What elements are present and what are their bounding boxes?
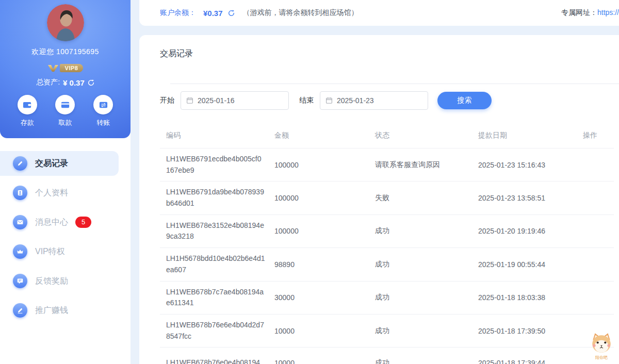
sidebar-item-label: 个人资料	[35, 188, 68, 198]
refresh-icon[interactable]	[88, 79, 94, 86]
cell-status: 成功	[375, 293, 478, 302]
withdraw-button[interactable]: 取款	[55, 95, 75, 127]
sidebar-item-label: 交易记录	[35, 158, 68, 169]
cell-amount: 98890	[274, 260, 375, 269]
cell-code: LH1WEB678b76e0e4b08194	[166, 357, 270, 364]
balance-note: （游戏前，请将余额转到相应场馆）	[243, 8, 359, 18]
pen-icon	[13, 303, 27, 318]
cell-code: LH1WEB678b76e6e4b04d2d78547fcc	[166, 320, 270, 342]
cell-amount: 10000	[274, 359, 375, 364]
deposit-button[interactable]: 存款	[18, 95, 37, 127]
cell-date: 2025-01-20 19:19:46	[478, 227, 583, 235]
vip-level-label: VIP8	[60, 64, 84, 72]
cell-code: LH1WEB6791ecdbe4b005cf0167ebe9	[166, 154, 270, 176]
balance-amount: ¥0.37	[203, 9, 223, 18]
table-header: 编码 金额 状态 提款日期 操作	[160, 121, 614, 148]
cell-status: 成功	[375, 260, 478, 269]
sidebar: 欢迎您 1007195695 VIP8 总资产: ¥ 0.37 存款 取款 转账	[0, 0, 131, 364]
cell-date: 2025-01-18 17:39:50	[478, 327, 583, 335]
action-label: 转账	[96, 118, 110, 127]
end-date-label: 结束	[299, 96, 314, 105]
search-button[interactable]: 搜索	[437, 92, 492, 109]
quick-actions: 存款 取款 转账	[0, 95, 131, 127]
cell-date: 2025-01-18 17:39:44	[478, 359, 583, 364]
cell-date: 2025-01-23 15:16:43	[478, 161, 583, 169]
cell-status: 成功	[375, 226, 478, 236]
card-icon	[55, 95, 75, 114]
table-row: LH1WEB678b7c7ae4b08194ae611341 30000 成功 …	[160, 282, 614, 315]
site-url-link[interactable]: https://	[597, 8, 619, 16]
wallet-icon	[18, 95, 37, 114]
col-action: 操作	[583, 131, 614, 140]
assets-label: 总资产:	[36, 78, 60, 87]
chat-icon	[13, 274, 27, 288]
cell-status: 成功	[375, 358, 478, 364]
table-row: LH1WEB6791da9be4b078939b646d01 100000 失败…	[160, 181, 614, 214]
cell-status: 成功	[375, 326, 478, 336]
vip-badge: VIP8	[0, 64, 131, 72]
total-assets: 总资产: ¥ 0.37	[0, 78, 131, 87]
end-date-value: 2025-01-23	[337, 96, 374, 105]
mascot-widget[interactable]: 陪你吧	[588, 332, 615, 360]
col-date: 提款日期	[478, 131, 583, 140]
start-date-value: 2025-01-16	[198, 96, 235, 105]
col-amount: 金额	[274, 131, 375, 140]
site-url-label: 专属网址：	[561, 8, 597, 16]
crown-icon	[13, 244, 27, 259]
col-code: 编码	[166, 131, 274, 140]
sidebar-item-message-center[interactable]: 消息中心 5	[0, 210, 119, 235]
cell-date: 2025-01-19 00:55:44	[478, 260, 583, 269]
sidebar-menu: 交易记录 个人资料 消息中心 5 VIP特权 反馈奖励 推广赚钱	[0, 138, 131, 323]
cell-amount: 100000	[274, 194, 375, 202]
cell-date: 2025-01-23 13:58:51	[478, 194, 583, 202]
user-profile-card: 欢迎您 1007195695 VIP8 总资产: ¥ 0.37 存款 取款 转账	[0, 0, 131, 138]
edit-icon	[13, 156, 27, 171]
mail-icon	[13, 215, 27, 229]
end-date-input[interactable]: 2025-01-23	[320, 91, 428, 110]
date-filter: 开始 2025-01-16 结束 2025-01-23 搜索	[160, 91, 619, 110]
avatar	[47, 4, 84, 41]
cell-status: 请联系客服查询原因	[375, 160, 478, 170]
table-row: LH1H5678bdd10e4b02b6e4d1ea607 98890 成功 2…	[160, 248, 614, 281]
sidebar-item-vip-privileges[interactable]: VIP特权	[0, 239, 119, 264]
vip-v-icon	[47, 64, 59, 72]
table-row: LH1WEB678e3152e4b08194e9ca3218 100000 成功…	[160, 215, 614, 248]
action-label: 取款	[58, 118, 72, 127]
calendar-icon	[325, 97, 333, 104]
withdrawal-table: 编码 金额 状态 提款日期 操作 LH1WEB6791ecdbe4b005cf0…	[160, 121, 619, 364]
cell-code: LH1H5678bdd10e4b02b6e4d1ea607	[166, 253, 270, 275]
cell-amount: 100000	[274, 227, 375, 235]
main-content: 交易记录 开始 2025-01-16 结束 2025-01-23 搜索 编码 金…	[139, 35, 619, 364]
sidebar-item-label: VIP特权	[35, 246, 65, 257]
page-title: 交易记录	[160, 48, 619, 59]
welcome-text: 欢迎您 1007195695	[0, 47, 131, 57]
sidebar-item-label: 推广赚钱	[35, 305, 68, 316]
action-label: 存款	[21, 118, 34, 127]
sidebar-item-personal-profile[interactable]: 个人资料	[0, 180, 119, 205]
unread-count-badge: 5	[75, 217, 91, 228]
table-row: LH1WEB678b76e6e4b04d2d78547fcc 10000 成功 …	[160, 315, 614, 348]
calendar-icon	[186, 97, 193, 104]
col-status: 状态	[375, 131, 478, 140]
transfer-icon	[93, 95, 113, 114]
cell-code: LH1WEB678e3152e4b08194e9ca3218	[166, 220, 270, 242]
table-row: LH1WEB6791ecdbe4b005cf0167ebe9 100000 请联…	[160, 148, 614, 181]
sidebar-item-transaction-records[interactable]: 交易记录	[0, 151, 119, 176]
balance-label: 账户余额：	[160, 8, 196, 18]
idcard-icon	[13, 186, 27, 200]
cell-code: LH1WEB6791da9be4b078939b646d01	[166, 187, 270, 209]
cell-date: 2025-01-18 18:03:38	[478, 293, 583, 302]
cell-code: LH1WEB678b7c7ae4b08194ae611341	[166, 287, 270, 309]
exclusive-url: 专属网址：https://	[561, 8, 619, 18]
sidebar-item-label: 反馈奖励	[35, 276, 68, 287]
refresh-icon[interactable]	[228, 10, 235, 16]
start-date-input[interactable]: 2025-01-16	[181, 91, 289, 110]
sidebar-item-promotion-earnings[interactable]: 推广赚钱	[0, 298, 119, 323]
assets-value: ¥ 0.37	[63, 78, 85, 87]
transfer-button[interactable]: 转账	[93, 95, 113, 127]
shiba-dog-icon	[590, 332, 613, 354]
sidebar-item-feedback-rewards[interactable]: 反馈奖励	[0, 269, 119, 293]
avatar-image	[47, 4, 84, 41]
cell-amount: 10000	[274, 327, 375, 335]
table-body: LH1WEB6791ecdbe4b005cf0167ebe9 100000 请联…	[160, 148, 614, 364]
